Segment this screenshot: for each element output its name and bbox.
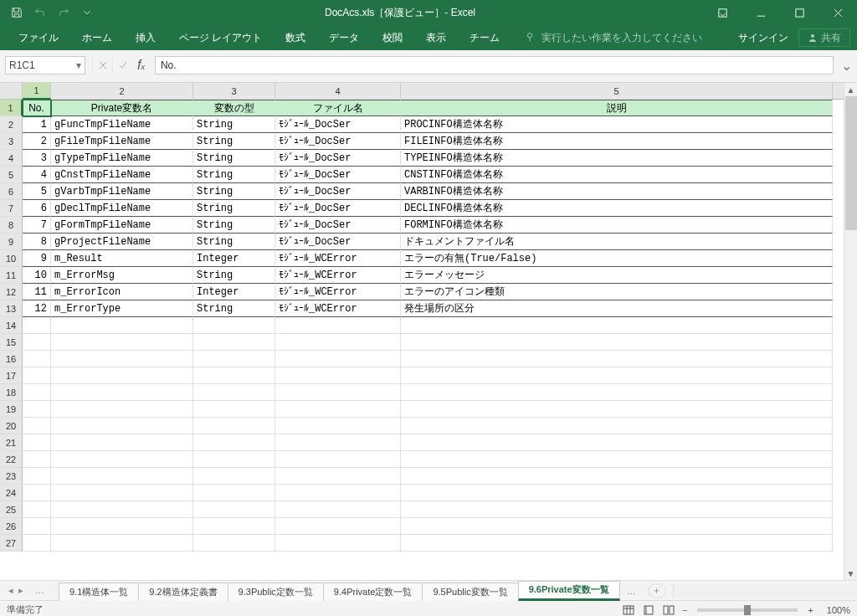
cell[interactable]: 7 — [23, 217, 51, 234]
row-header[interactable]: 11 — [0, 267, 23, 284]
cell[interactable] — [193, 485, 275, 501]
cell[interactable]: m_ErrorType — [51, 300, 193, 317]
cell[interactable]: 変数の型 — [193, 100, 275, 116]
cell[interactable]: 2 — [23, 133, 51, 150]
cell[interactable] — [401, 418, 833, 434]
cell[interactable]: m_Result — [51, 250, 193, 267]
cell[interactable]: String — [193, 167, 275, 183]
cell[interactable] — [275, 451, 401, 468]
cell[interactable] — [193, 334, 275, 351]
cell[interactable]: CNSTINFO構造体名称 — [401, 167, 833, 183]
cell[interactable] — [23, 501, 51, 518]
cell[interactable] — [193, 434, 275, 451]
cell[interactable]: ﾓｼﾞｭｰﾙ_DocSer — [275, 150, 401, 167]
cell[interactable] — [275, 367, 401, 384]
row-header[interactable]: 16 — [0, 351, 23, 367]
row-header[interactable]: 25 — [0, 501, 23, 518]
sheet-tab[interactable]: 9.6Private変数一覧 — [518, 581, 620, 601]
row-header[interactable]: 5 — [0, 167, 23, 183]
cell[interactable]: String — [193, 183, 275, 200]
cell[interactable] — [193, 518, 275, 535]
cell[interactable]: String — [193, 200, 275, 217]
cell[interactable]: 1 — [23, 116, 51, 133]
row-header[interactable]: 2 — [0, 116, 23, 133]
horizontal-scrollbar[interactable] — [673, 584, 857, 598]
chevron-down-icon[interactable]: ▾ — [76, 59, 81, 71]
cell[interactable] — [23, 334, 51, 351]
cell[interactable]: 3 — [23, 150, 51, 167]
row-header[interactable]: 13 — [0, 300, 23, 317]
cell[interactable]: FORMINFO構造体名称 — [401, 217, 833, 234]
name-box[interactable]: R1C1 ▾ — [5, 56, 85, 74]
cell[interactable]: gDeclTmpFileName — [51, 200, 193, 217]
ribbon-tab[interactable]: チーム — [458, 25, 511, 50]
cell[interactable]: ﾓｼﾞｭｰﾙ_DocSer — [275, 183, 401, 200]
select-all-corner[interactable] — [0, 83, 23, 100]
cell[interactable]: 9 — [23, 250, 51, 267]
cell[interactable] — [51, 518, 193, 535]
row-header[interactable]: 18 — [0, 384, 23, 401]
cell[interactable] — [193, 535, 275, 552]
cell[interactable] — [193, 384, 275, 401]
sheet-tab[interactable]: 9.3Public定数一覧 — [228, 583, 324, 601]
cell[interactable] — [51, 451, 193, 468]
row-header[interactable]: 9 — [0, 234, 23, 250]
cell[interactable]: エラーの有無(True/False) — [401, 250, 833, 267]
cell[interactable] — [401, 334, 833, 351]
cell[interactable]: ファイル名 — [275, 100, 401, 116]
cell[interactable] — [275, 317, 401, 334]
cell[interactable]: ﾓｼﾞｭｰﾙ_DocSer — [275, 217, 401, 234]
view-normal-button[interactable] — [618, 603, 639, 617]
cell[interactable] — [23, 351, 51, 367]
cell[interactable] — [51, 485, 193, 501]
cell[interactable] — [193, 451, 275, 468]
column-headers[interactable]: 12345 — [0, 83, 844, 100]
row-header[interactable]: 7 — [0, 200, 23, 217]
zoom-in-button[interactable]: + — [804, 605, 816, 615]
cell[interactable] — [51, 317, 193, 334]
cell[interactable] — [51, 535, 193, 552]
cell[interactable]: ﾓｼﾞｭｰﾙ_WCError — [275, 300, 401, 317]
formula-input[interactable]: No. — [155, 56, 834, 74]
cell[interactable]: TYPEINFO構造体名称 — [401, 150, 833, 167]
cell[interactable] — [275, 434, 401, 451]
cell[interactable] — [275, 334, 401, 351]
row-header[interactable]: 20 — [0, 418, 23, 434]
cell[interactable]: 発生場所の区分 — [401, 300, 833, 317]
cell[interactable]: ﾓｼﾞｭｰﾙ_WCError — [275, 267, 401, 284]
fx-icon[interactable]: fx — [132, 58, 150, 73]
cell[interactable]: ﾓｼﾞｭｰﾙ_WCError — [275, 250, 401, 267]
cell[interactable] — [401, 367, 833, 384]
sheet-tab[interactable]: 9.5Public変数一覧 — [422, 583, 518, 601]
sheet-tab[interactable]: 9.4Private定数一覧 — [323, 583, 423, 601]
cell[interactable]: ﾓｼﾞｭｰﾙ_DocSer — [275, 116, 401, 133]
vscroll-thumb[interactable] — [845, 96, 857, 230]
cell[interactable]: No. — [23, 100, 51, 116]
row-header[interactable]: 15 — [0, 334, 23, 351]
cell[interactable] — [275, 485, 401, 501]
cell[interactable] — [401, 384, 833, 401]
cell[interactable] — [401, 518, 833, 535]
cell[interactable]: gCnstTmpFileName — [51, 167, 193, 183]
cell[interactable]: gFormTmpFileName — [51, 217, 193, 234]
ribbon-tab[interactable]: 校閲 — [371, 25, 414, 50]
view-page-break-button[interactable] — [659, 603, 679, 617]
row-header[interactable]: 10 — [0, 250, 23, 267]
cell[interactable]: String — [193, 267, 275, 284]
undo-button[interactable] — [30, 3, 50, 23]
share-button[interactable]: 共有 — [798, 28, 850, 47]
column-header[interactable]: 1 — [23, 83, 51, 100]
zoom-thumb[interactable] — [744, 605, 751, 615]
cell[interactable] — [401, 401, 833, 418]
vertical-scrollbar[interactable]: ▲ ▼ — [844, 83, 857, 580]
row-header[interactable]: 4 — [0, 150, 23, 167]
row-header[interactable]: 23 — [0, 468, 23, 485]
cell[interactable]: エラーメッセージ — [401, 267, 833, 284]
cell[interactable] — [23, 535, 51, 552]
zoom-out-button[interactable]: − — [679, 605, 690, 615]
row-header[interactable]: 27 — [0, 535, 23, 552]
cell[interactable] — [23, 401, 51, 418]
cell[interactable] — [193, 367, 275, 384]
cell[interactable]: gVarbTmpFileName — [51, 183, 193, 200]
sheet-tab[interactable]: 9.1構造体一覧 — [59, 583, 139, 601]
